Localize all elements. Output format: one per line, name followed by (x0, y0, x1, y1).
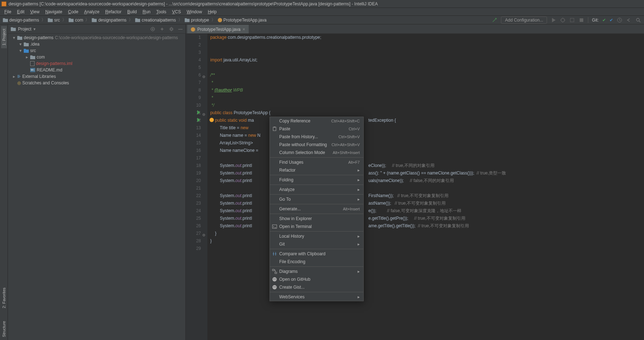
fold-icon[interactable]: ⊖ (202, 73, 205, 80)
menu-build[interactable]: Build (124, 9, 140, 15)
vcs-commit-icon[interactable]: ✔ (610, 18, 613, 23)
vcs-history-icon[interactable] (617, 17, 622, 23)
favorites-tool-tab[interactable]: 2: Favorites (1, 285, 7, 311)
breadcrumb-item[interactable]: designpatterns (92, 18, 126, 23)
breadcrumb-item[interactable]: src (48, 18, 60, 23)
structure-tool-tab[interactable]: Structure (1, 318, 7, 340)
breadcrumb-item[interactable]: design-patterns (3, 18, 39, 23)
build-icon[interactable] (492, 17, 497, 23)
context-menu-item[interactable]: Find UsagesAlt+F7 (270, 158, 363, 166)
fold-icon[interactable]: ⊖ (202, 231, 205, 239)
tree-chevron[interactable]: ▾ (19, 42, 22, 47)
run-gutter-icon[interactable] (197, 110, 200, 115)
search-icon[interactable] (635, 17, 641, 23)
fold-icon[interactable]: ⊖ (202, 111, 205, 118)
close-icon[interactable]: × (243, 27, 245, 32)
vcs-update-icon[interactable]: ✔ (602, 18, 606, 23)
project-tool-tab[interactable]: 1: Project (1, 26, 7, 48)
context-menu-item[interactable]: Generate...Alt+Insert (270, 205, 363, 213)
menu-file[interactable]: File (1, 9, 14, 15)
context-menu-label: Local History (279, 234, 304, 239)
tree-chevron[interactable]: ▸ (25, 55, 29, 60)
context-menu-item[interactable]: Copy ReferenceCtrl+Alt+Shift+C (270, 117, 363, 125)
context-menu-item[interactable]: Folding▸ (270, 176, 363, 184)
editor-gutter[interactable]: 123456⊖7891011⊖1213141516171819202122232… (186, 34, 207, 340)
tree-row[interactable]: ◎Scratches and Consoles (8, 80, 185, 86)
submenu-arrow-icon: ▸ (358, 187, 360, 192)
context-menu-item[interactable]: Create Gist... (270, 283, 363, 291)
breadcrumb-item[interactable]: prototype (185, 18, 209, 23)
context-menu-item[interactable]: Refactor▸ (270, 166, 363, 174)
project-tree[interactable]: ▾design-patterns C:\code-workspace\idea-… (8, 34, 185, 340)
menu-analyze[interactable]: Analyze (81, 9, 102, 15)
tree-chevron[interactable]: ▾ (19, 48, 22, 53)
context-menu-item[interactable]: Diagrams▸ (270, 267, 363, 275)
locate-icon[interactable] (150, 27, 155, 32)
project-panel-title[interactable]: Project (18, 27, 31, 32)
context-menu-item[interactable]: Analyze▸ (270, 186, 363, 194)
menu-tools[interactable]: Tools (153, 9, 169, 15)
run-icon[interactable] (551, 17, 556, 23)
context-menu-item[interactable]: File Encoding (270, 258, 363, 266)
tree-row[interactable]: ▾.idea (8, 41, 185, 47)
tree-row[interactable]: ▾src (8, 47, 185, 54)
context-menu-item[interactable]: Open in Terminal (270, 223, 363, 230)
tree-row[interactable]: design-patterns.iml (8, 60, 185, 67)
editor-tab[interactable]: PrototypeTestApp.java × (187, 25, 249, 33)
menu-navigate[interactable]: Navigate (42, 9, 65, 15)
tree-suffix: C:\code-workspace\idea-sourcecode-worksp… (55, 35, 178, 40)
chevron-down-icon[interactable]: ▾ (33, 27, 36, 32)
tree-chevron[interactable]: ▾ (12, 35, 16, 40)
svg-point-16 (272, 285, 277, 289)
hide-icon[interactable]: — (178, 27, 183, 32)
context-menu-item[interactable]: Column Selection ModeAlt+Shift+Insert (270, 149, 363, 157)
context-menu-item[interactable]: Compare with Clipboard (270, 250, 363, 258)
tree-label: .idea (30, 42, 40, 47)
menu-help[interactable]: Help (205, 9, 220, 15)
breadcrumb-item[interactable]: creationalpatterns (135, 18, 176, 23)
menu-code[interactable]: Code (65, 9, 81, 15)
menu-vcs[interactable]: VCS (169, 9, 184, 15)
menu-edit[interactable]: Edit (14, 9, 27, 15)
context-menu-item[interactable]: PasteCtrl+V (270, 125, 363, 133)
context-menu-item[interactable]: Git▸ (270, 240, 363, 248)
menu-window[interactable]: Window (184, 9, 205, 15)
app-icon (1, 1, 6, 6)
context-menu-item[interactable]: WebServices▸ (270, 293, 363, 301)
breadcrumb-item[interactable]: com (69, 18, 83, 23)
context-menu-item[interactable]: Paste without FormattingCtrl+Alt+Shift+V (270, 141, 363, 149)
context-menu-item[interactable]: Show in Explorer (270, 215, 363, 223)
intention-bulb-icon[interactable] (210, 118, 214, 122)
submenu-arrow-icon: ▸ (358, 177, 360, 182)
breadcrumb-separator: 〉 (129, 17, 133, 23)
collapse-icon[interactable] (160, 27, 165, 32)
folder-icon (30, 55, 35, 59)
context-menu-label: Copy Reference (279, 118, 310, 124)
breadcrumb-separator: 〉 (62, 17, 66, 23)
context-menu-label: File Encoding (279, 259, 305, 264)
context-menu-item[interactable]: Paste from History...Ctrl+Shift+V (270, 133, 363, 141)
project-panel: Project ▾ — ▾design-patterns C:\code-wor… (8, 24, 186, 340)
tree-chevron[interactable]: ▸ (12, 74, 16, 79)
tree-row[interactable]: ▸com (8, 54, 185, 60)
menu-run[interactable]: Run (140, 9, 153, 15)
tree-label: design-patterns (24, 35, 54, 40)
stop-icon[interactable] (579, 17, 584, 23)
breadcrumb-item[interactable]: PrototypeTestApp.java (218, 18, 267, 23)
run-gutter-icon[interactable] (197, 118, 200, 122)
menu-refactor[interactable]: Refactor (102, 9, 124, 15)
context-menu-item[interactable]: Open on GitHub (270, 275, 363, 283)
vcs-revert-icon[interactable] (626, 17, 632, 23)
tree-row[interactable]: ▾design-patterns C:\code-workspace\idea-… (8, 34, 185, 41)
add-configuration-button[interactable]: Add Configuration... (501, 17, 547, 24)
project-view-icon (11, 27, 16, 31)
menu-view[interactable]: View (27, 9, 42, 15)
editor-tabs: PrototypeTestApp.java × (186, 24, 644, 34)
context-menu-item[interactable]: Go To▸ (270, 195, 363, 203)
debug-icon[interactable] (560, 17, 566, 23)
coverage-icon[interactable] (569, 17, 575, 23)
tree-row[interactable]: M↓README.md (8, 67, 185, 73)
gear-icon[interactable] (169, 27, 174, 32)
tree-row[interactable]: ▸⊪External Libraries (8, 73, 185, 80)
context-menu-item[interactable]: Local History▸ (270, 232, 363, 240)
